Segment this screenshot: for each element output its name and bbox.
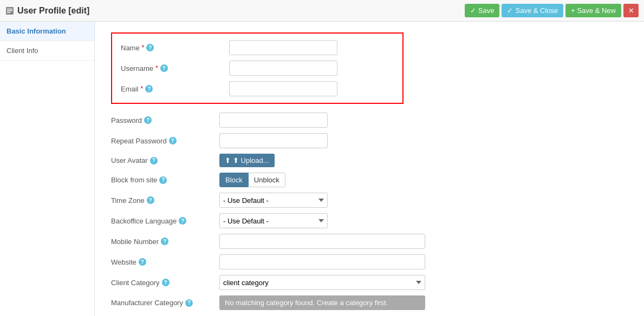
header-action-buttons: ✓ Save ✓ Save & Close + Save & New ✕ xyxy=(465,4,639,17)
client-category-select[interactable]: client category xyxy=(219,275,425,290)
sidebar-item-basic-information[interactable]: Basic Information xyxy=(0,22,94,41)
user-avatar-help-icon[interactable]: ? xyxy=(150,157,158,164)
block-from-site-help-icon[interactable]: ? xyxy=(159,176,167,184)
time-zone-help-icon[interactable]: ? xyxy=(147,196,154,204)
form-content: Name * ? Username * ? xyxy=(95,22,644,316)
repeat-password-input[interactable] xyxy=(219,133,328,148)
time-zone-label: Time Zone ? xyxy=(111,196,219,205)
manufacturer-category-row: Manufacturer Category ? No matching cate… xyxy=(111,295,628,310)
unblock-button[interactable]: Unblock xyxy=(249,173,285,187)
mobile-number-row: Mobile Number ? xyxy=(111,234,628,249)
name-label: Name * ? xyxy=(121,44,229,52)
username-row: Username * ? xyxy=(121,61,394,76)
website-input[interactable] xyxy=(219,254,425,269)
save-button[interactable]: ✓ Save xyxy=(465,4,500,17)
username-required-star: * xyxy=(155,64,158,72)
time-zone-select[interactable]: - Use Default - xyxy=(219,193,328,208)
required-fields-section: Name * ? Username * ? xyxy=(111,32,404,104)
save-close-check-icon: ✓ xyxy=(507,6,513,15)
save-check-icon: ✓ xyxy=(470,6,476,15)
repeat-password-row: Repeat Password ? xyxy=(111,133,628,148)
email-label: Email * ? xyxy=(121,85,229,93)
client-category-label: Client Category ? xyxy=(111,279,219,287)
save-close-button[interactable]: ✓ Save & Close xyxy=(502,4,563,17)
time-zone-row: Time Zone ? - Use Default - xyxy=(111,193,628,208)
backoffice-language-select[interactable]: - Use Default - xyxy=(219,213,328,228)
backoffice-language-row: Backoffice Language ? - Use Default - xyxy=(111,213,628,228)
manufacturer-category-help-icon[interactable]: ? xyxy=(185,299,193,307)
page-icon xyxy=(5,6,14,15)
password-input[interactable] xyxy=(219,113,328,128)
client-category-help-icon[interactable]: ? xyxy=(162,279,170,286)
sidebar-item-client-info[interactable]: Client Info xyxy=(0,41,94,61)
client-category-row: Client Category ? client category xyxy=(111,275,628,290)
block-from-site-label: Block from site ? xyxy=(111,176,219,184)
repeat-password-label: Repeat Password ? xyxy=(111,137,219,145)
email-input[interactable] xyxy=(229,81,337,96)
block-button[interactable]: Block xyxy=(219,173,249,187)
sidebar: Basic Information Client Info xyxy=(0,22,95,316)
page-header: User Profile [edit] ✓ Save ✓ Save & Clos… xyxy=(0,0,644,22)
svg-rect-2 xyxy=(7,10,12,11)
website-row: Website ? xyxy=(111,254,628,269)
close-icon: ✕ xyxy=(628,6,634,15)
website-help-icon[interactable]: ? xyxy=(139,258,146,266)
block-unblock-group: Block Unblock xyxy=(219,173,285,187)
password-row: Password ? xyxy=(111,113,628,128)
name-help-icon[interactable]: ? xyxy=(146,44,154,51)
email-help-icon[interactable]: ? xyxy=(145,85,153,93)
mobile-number-help-icon[interactable]: ? xyxy=(161,238,168,245)
main-container: Basic Information Client Info Name * ? xyxy=(0,22,644,316)
backoffice-language-help-icon[interactable]: ? xyxy=(179,217,186,225)
manufacturer-category-no-match: No matching category found. Create a cat… xyxy=(219,295,425,310)
email-row: Email * ? xyxy=(121,81,394,96)
name-required-star: * xyxy=(142,44,145,51)
repeat-password-help-icon[interactable]: ? xyxy=(169,137,177,144)
email-required-star: * xyxy=(141,85,144,93)
manufacturer-category-label: Manufacturer Category ? xyxy=(111,299,219,307)
user-avatar-row: User Avatar ? ⬆ ⬆ Upload... xyxy=(111,154,628,167)
save-new-button[interactable]: + Save & New xyxy=(565,4,621,17)
block-from-site-row: Block from site ? Block Unblock xyxy=(111,173,628,187)
username-label: Username * ? xyxy=(121,64,229,73)
password-help-icon[interactable]: ? xyxy=(144,116,152,124)
password-label: Password ? xyxy=(111,116,219,124)
svg-rect-1 xyxy=(7,9,12,10)
backoffice-language-label: Backoffice Language ? xyxy=(111,217,219,225)
mobile-number-input[interactable] xyxy=(219,234,425,249)
form: Name * ? Username * ? xyxy=(111,32,628,310)
upload-icon: ⬆ xyxy=(225,156,231,164)
name-input[interactable] xyxy=(229,40,337,55)
username-help-icon[interactable]: ? xyxy=(160,64,168,72)
website-label: Website ? xyxy=(111,258,219,266)
mobile-number-label: Mobile Number ? xyxy=(111,238,219,246)
upload-button[interactable]: ⬆ ⬆ Upload... xyxy=(219,154,275,167)
name-row: Name * ? xyxy=(121,40,394,55)
username-input[interactable] xyxy=(229,61,337,76)
page-title: User Profile [edit] xyxy=(5,6,89,16)
svg-rect-3 xyxy=(7,12,10,13)
user-avatar-label: User Avatar ? xyxy=(111,156,219,164)
close-button[interactable]: ✕ xyxy=(623,4,639,17)
